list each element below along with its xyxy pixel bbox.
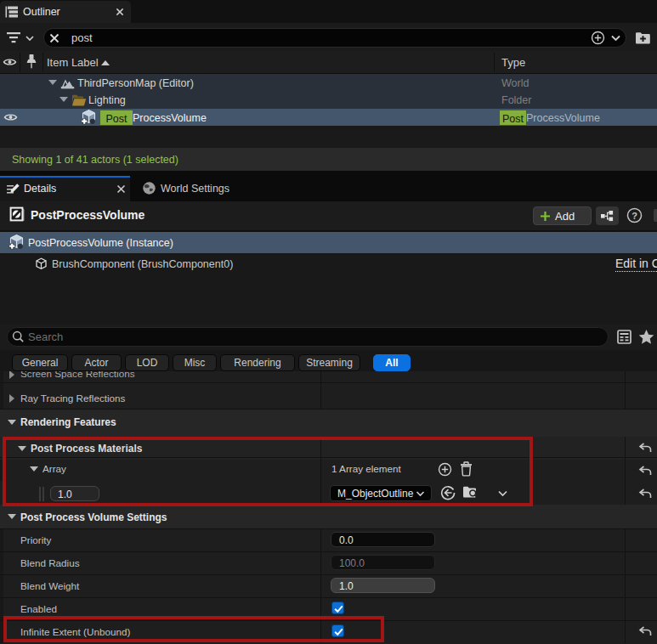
svg-text:?: ? [632,211,637,221]
